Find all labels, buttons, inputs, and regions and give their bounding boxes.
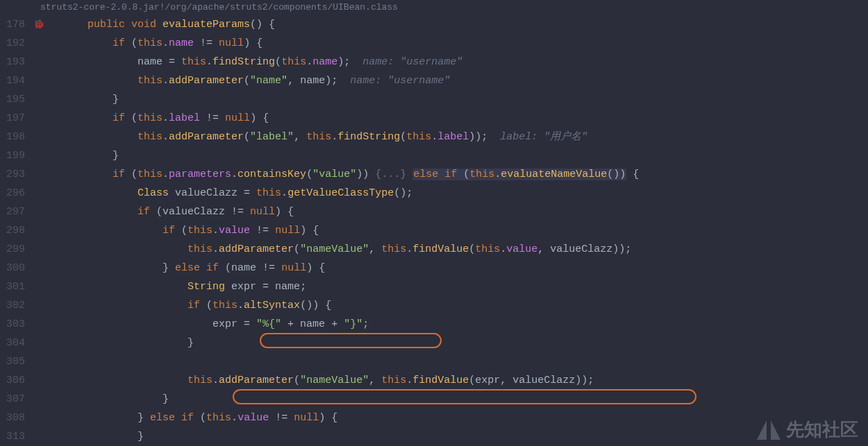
svg-marker-1 [771,420,781,440]
code-line[interactable]: } [33,334,868,352]
line-number[interactable]: 197 [0,109,25,128]
line-number[interactable]: 296 [0,184,25,203]
code-line[interactable]: } else if (this.value != null) { [33,409,868,427]
watermark: 先知社区 [757,418,858,442]
code-line[interactable]: } [33,90,868,109]
code-line[interactable]: if (this.altSyntax()) { [33,296,868,315]
code-line[interactable]: } [33,146,868,165]
code-line[interactable]: 🐞 public void evaluateParams() { [33,15,868,34]
watermark-text: 先知社区 [786,418,858,442]
line-number[interactable]: 301 [0,277,25,296]
code-line[interactable]: } [33,390,868,409]
line-number[interactable]: 313 [0,427,25,446]
line-number[interactable]: 192 [0,34,25,53]
line-number[interactable]: 307 [0,390,25,409]
code-line[interactable] [33,352,868,371]
line-number[interactable]: 304 [0,334,25,352]
code-area[interactable]: 🐞 public void evaluateParams() { if (thi… [33,15,868,446]
code-line[interactable]: name = this.findString(this.name); name:… [33,53,868,71]
code-line[interactable]: } [33,427,868,446]
code-line[interactable]: Class valueClazz = this.getValueClassTyp… [33,184,868,203]
code-line[interactable]: String expr = name; [33,277,868,296]
code-line[interactable]: if (valueClazz != null) { [33,203,868,221]
line-number[interactable]: 193 [0,53,25,71]
code-line[interactable]: if (this.name != null) { [33,34,868,53]
line-number[interactable]: 303 [0,315,25,334]
line-number[interactable]: 199 [0,146,25,165]
code-editor[interactable]: 178 192 193 194 195 197 198 199 293 296 … [0,15,868,446]
watermark-logo-icon [757,420,781,440]
code-line[interactable]: if (this.label != null) { [33,109,868,128]
line-number[interactable]: 293 [0,165,25,184]
line-number[interactable]: 299 [0,240,25,259]
line-number[interactable]: 195 [0,90,25,109]
line-number[interactable]: 198 [0,128,25,146]
code-line[interactable]: this.addParameter("label", this.findStri… [33,128,868,146]
line-number[interactable]: 302 [0,296,25,315]
svg-marker-0 [757,420,767,440]
gutter: 178 192 193 194 195 197 198 199 293 296 … [0,15,33,446]
breadcrumb[interactable]: struts2-core-2.0.8.jar!/org/apache/strut… [0,0,868,15]
line-number[interactable]: 305 [0,352,25,371]
code-line[interactable]: this.addParameter("nameValue", this.find… [33,371,868,390]
breadcrumb-text: struts2-core-2.0.8.jar!/org/apache/strut… [40,2,398,12]
line-number[interactable]: 306 [0,371,25,390]
code-line[interactable]: expr = "%{" + name + "}"; [33,315,868,334]
code-line[interactable]: this.addParameter("nameValue", this.find… [33,240,868,259]
line-number[interactable]: 308 [0,409,25,427]
line-number[interactable]: 298 [0,221,25,240]
code-line[interactable]: if (this.parameters.containsKey("value")… [33,165,868,184]
line-number[interactable]: 300 [0,259,25,277]
line-number[interactable]: 178 [0,15,25,34]
code-line[interactable]: this.addParameter("name", name); name: "… [33,71,868,90]
code-line[interactable]: if (this.value != null) { [33,221,868,240]
breakpoint-icon[interactable]: 🐞 [33,19,44,30]
line-number[interactable]: 194 [0,71,25,90]
code-line[interactable]: } else if (name != null) { [33,259,868,277]
line-number[interactable]: 297 [0,203,25,221]
fold-marker[interactable]: {...} [375,169,406,180]
